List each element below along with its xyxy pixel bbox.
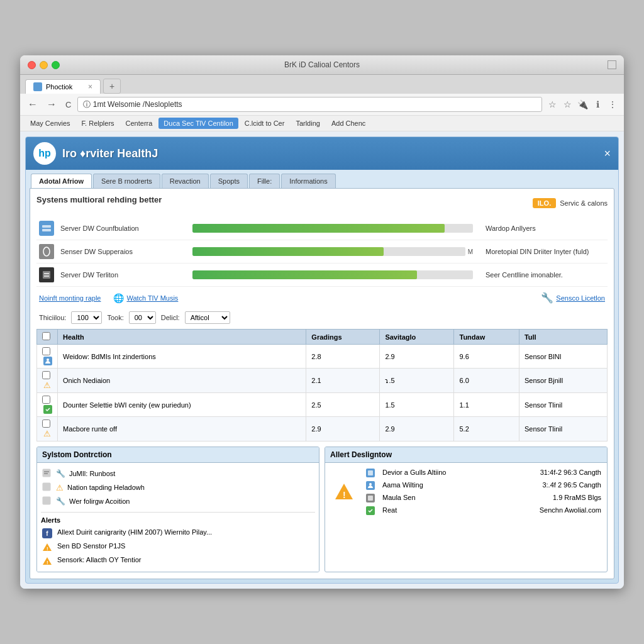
bookmark-0[interactable]: May Cenvies [25, 118, 75, 129]
bookmark-1[interactable]: F. Relplers [77, 118, 119, 129]
link-middle[interactable]: Watch TlV Musis [126, 294, 178, 302]
health-label-0: Server DW Counfbulation [60, 225, 186, 232]
star-icon[interactable]: ☆ [546, 98, 558, 111]
back-button[interactable]: ← [25, 97, 40, 111]
health-table: Health Gradings Savitaglo Tundaw Tull [36, 329, 608, 441]
tab-0[interactable]: Adotal Afriow [31, 174, 92, 188]
browser-chrome: Phoctiok × + ← → C ☆ ☆ 🔌 ℹ ⋮ May Cenvies… [20, 75, 624, 131]
col-tull: Tull [519, 330, 607, 345]
tab-1[interactable]: Sere B rnodrerts [93, 174, 160, 188]
svg-rect-20 [368, 496, 373, 501]
row-2-tull: Sensor Tlinil [519, 393, 607, 417]
sc-icon-0 [42, 469, 52, 479]
hp-close-button[interactable]: × [604, 147, 611, 160]
row-0-tundaw: 9.6 [454, 345, 519, 369]
forward-button[interactable]: → [44, 97, 59, 111]
sc-row-1: ⚠ Nation tapding Heladowh [41, 480, 315, 494]
hp-panel: hp Iro ♦rviter HealthJ × Adotal Afriow S… [25, 136, 619, 584]
row-3-checkbox[interactable] [42, 419, 50, 428]
ap-icon-2 [366, 494, 375, 502]
row-2-health: Dounter Selettie bWI cenity (ew puriedun… [58, 393, 306, 417]
controls-row: Thiciilou: 100 Took: 00 Delicl: Afticol … [36, 309, 608, 326]
link-right[interactable]: Sensco Licetlon [556, 294, 605, 302]
refresh-button[interactable]: C [63, 99, 74, 111]
ext-icon[interactable]: 🔌 [576, 98, 589, 111]
bookmark-6[interactable]: Add Chenc [326, 118, 370, 129]
delicl-label: Delicl: [161, 314, 180, 321]
link-left[interactable]: Noinft monting raple [39, 294, 101, 302]
health-bar-0 [192, 224, 473, 233]
nav-icons: ☆ ☆ 🔌 ℹ ⋮ [546, 98, 619, 111]
ap-label-3: Reat [380, 506, 535, 514]
close-button[interactable] [28, 61, 36, 69]
row-1-check: ⚠ [37, 369, 58, 393]
health-bar-wrap-2 [192, 270, 473, 279]
tab-2[interactable]: Revaction [162, 174, 209, 188]
row-3-gradings: 2.9 [306, 417, 380, 441]
bookmark-2[interactable]: Centerra [121, 118, 158, 129]
row-2-checkbox[interactable] [42, 396, 50, 404]
sc-icon-tool-0: 🔧 [56, 469, 65, 478]
new-tab-button[interactable]: + [103, 79, 121, 94]
title-bar: BrK iD Calioal Centors [20, 55, 624, 75]
ap-label-2: Maula Sen [380, 494, 548, 501]
health-desc-2: Seer Centlline imonabler. [479, 271, 605, 279]
svg-rect-7 [43, 469, 50, 477]
star2-icon[interactable]: ☆ [561, 98, 574, 111]
maximize-button[interactable] [52, 61, 60, 69]
tab-4[interactable]: Fille: [249, 174, 280, 188]
svg-rect-4 [44, 273, 49, 274]
browser-tab-active[interactable]: Phoctiok × [25, 79, 101, 94]
bookmark-5[interactable]: Tarlding [291, 118, 325, 129]
delicl-select[interactable]: Afticol Option 2 Option 3 [185, 311, 230, 324]
tab-close-button[interactable]: × [88, 82, 92, 91]
sc-icon-1 [42, 482, 52, 492]
info-icon[interactable]: ℹ [591, 98, 604, 111]
sc-row-2: 🔧 Wer folirgw Acoition [41, 494, 315, 508]
facebook-icon: f [42, 528, 52, 538]
row-1-health: Onich Nediaion [58, 369, 306, 393]
hp-title: Iro ♦rviter HealthJ [62, 147, 158, 160]
alerts-section: Alerts f Allext Duirit canigrarity (HIM … [41, 512, 315, 568]
threshold-select[interactable]: 100 [71, 311, 102, 324]
row-2-savitaglo: 1.5 [380, 393, 454, 417]
ap-row-0: Devior a Gulls Altiino 31:4f-2 96:3 Cang… [364, 467, 603, 479]
col-savitaglo: Savitaglo [380, 330, 454, 345]
svg-rect-5 [44, 275, 49, 277]
row-0-tull: Sensor BlNI [519, 345, 607, 369]
hp-header: hp Iro ♦rviter HealthJ × [26, 137, 618, 170]
col-gradings: Gradings [306, 330, 380, 345]
address-bar[interactable] [77, 97, 542, 112]
panel-title: Systens multioral rehding better [36, 195, 162, 204]
row-3-health: Macbore runte off [58, 417, 306, 441]
svg-rect-0 [42, 225, 51, 228]
ap-icon-0 [366, 469, 375, 477]
warn-icon-2: ! [42, 556, 52, 566]
tool-select[interactable]: 00 [129, 311, 156, 324]
bookmark-3[interactable]: Duca Sec TlV Centilon [158, 118, 238, 129]
row-1-tundaw: 6.0 [454, 369, 519, 393]
health-desc-0: Wardop Anllyers [479, 225, 605, 232]
tab-3[interactable]: Spopts [210, 174, 248, 188]
menu-icon[interactable]: ⋮ [606, 98, 619, 111]
health-row-0: Server DW Counfbulation Wardop Anllyers [36, 217, 608, 240]
hp-logo-text: hp [38, 148, 51, 159]
os-window: BrK iD Calioal Centors Phoctiok × + ← → … [20, 55, 624, 589]
resize-icon[interactable] [608, 60, 616, 69]
svg-text:!: ! [343, 490, 346, 500]
health-label-2: Server DW Terliton [60, 271, 186, 279]
row-1-checkbox[interactable] [42, 371, 50, 379]
row-0-icon [43, 357, 52, 365]
window-title: BrK iD Calioal Centors [284, 60, 360, 69]
bookmark-4[interactable]: C.lcidt to Cer [240, 118, 290, 129]
system-control-content: 🔧 JuMIl: Runbost ⚠ Nation tapding Helado… [37, 463, 319, 572]
main-content: hp Iro ♦rviter HealthJ × Adotal Afriow S… [20, 131, 624, 589]
select-all-checkbox[interactable] [42, 332, 50, 340]
minimize-button[interactable] [40, 61, 48, 69]
tab-5[interactable]: Informations [281, 174, 336, 188]
ap-label-1: Aama Wilting [380, 481, 537, 489]
col-check [37, 330, 58, 345]
row-0-checkbox[interactable] [42, 347, 50, 355]
table-row: Weidow: BdMIs Int zindertiοns 2.8 2.9 9.… [37, 345, 608, 369]
ap-icon-3 [366, 506, 375, 515]
